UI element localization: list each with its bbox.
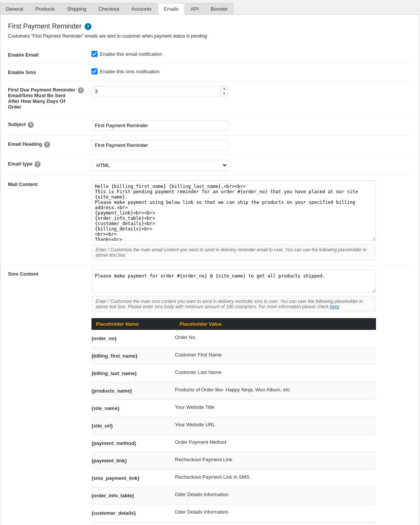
placeholder-name-cell: {payment_method} <box>91 435 175 452</box>
form-table: Enable Email Enable this email notificat… <box>8 46 412 525</box>
placeholder-row: {sms_payment_link}Recheckout Payment Lin… <box>91 470 376 487</box>
enable-sms-checkbox-row: Enable this sms notification <box>91 68 412 74</box>
placeholder-name-cell: {order_info_table} <box>91 487 175 505</box>
enable-email-checkbox-row: Enable this email notification <box>91 51 412 57</box>
page-title: First Payment Reminder <box>8 22 82 30</box>
placeholder-name-cell: {site_url} <box>91 417 175 435</box>
mail-content-label: Mail Content <box>8 176 91 265</box>
tab-accounts[interactable]: Accounts <box>126 3 157 14</box>
tab-shipping[interactable]: Shipping <box>61 3 92 14</box>
days-label-row: First Due Payment Reminder Email/Sms Mus… <box>8 87 84 110</box>
days-input-wrap: ▲ ▼ <box>91 86 412 96</box>
sms-content-textarea[interactable]: Please make payment for order #{order_no… <box>91 270 376 293</box>
days-info-icon[interactable]: ? <box>78 87 84 93</box>
days-row: First Due Payment Reminder Email/Sms Mus… <box>8 81 412 116</box>
tabs-bar: GeneralProductsShippingCheckoutAccountsE… <box>0 0 420 15</box>
mail-content-row: Mail Content Hello {billing_first_name} … <box>8 176 412 265</box>
placeholder-table: Placeholder Name Placeholder Value {orde… <box>91 318 376 525</box>
page-wrap: GeneralProductsShippingCheckoutAccountsE… <box>0 0 420 525</box>
content-area: First Payment Reminder ? Customers "Firs… <box>0 15 420 525</box>
subject-label: Subject <box>8 121 26 127</box>
email-type-label-row: Email type ? <box>8 161 84 167</box>
placeholder-row: {order_no}Order No. <box>91 330 376 347</box>
enable-sms-row: Enable Sms Enable this sms notification <box>8 64 412 81</box>
days-input[interactable] <box>91 86 220 96</box>
subject-input[interactable] <box>91 120 228 131</box>
placeholder-row: {products_name}Products of Order like- H… <box>91 382 376 400</box>
subject-label-row: Subject ? <box>8 121 84 128</box>
tab-api[interactable]: API <box>185 3 204 14</box>
placeholder-name-cell: {sms_payment_link} <box>91 470 175 487</box>
subject-info-icon[interactable]: ? <box>28 122 34 128</box>
mail-content-textarea[interactable]: Hello {billing_first_name} {billing_last… <box>91 180 376 241</box>
placeholder-value-cell: Recheckout Payment Link <box>175 452 376 470</box>
placeholder-value-cell: Order Payment Method <box>175 435 376 452</box>
placeholder-row: {payment_method}Order Payment Method <box>91 435 376 452</box>
placeholder-value-cell: Recheckout Payment Link in SMS <box>175 470 376 487</box>
placeholder-name-cell: {billing_last_name} <box>91 365 175 382</box>
spin-down-button[interactable]: ▼ <box>220 91 228 96</box>
placeholder-row: {payment_link}Recheckout Payment Link <box>91 452 376 470</box>
placeholder-value-cell: Shipping Address <box>175 522 376 525</box>
tab-emails[interactable]: Emails <box>158 3 184 15</box>
placeholder-row: {order_info_table}Oder Details Informati… <box>91 487 376 505</box>
placeholder-value-cell: Order No. <box>175 330 376 347</box>
enable-sms-checkbox-label: Enable this sms notification <box>100 69 160 74</box>
placeholder-value-cell: Your Website URL <box>175 417 376 435</box>
days-label: First Due Payment Reminder Email/Sms Mus… <box>8 87 76 110</box>
email-heading-label-row: Email Heading ? <box>8 141 84 148</box>
enable-email-checkbox-label: Enable this email notification <box>100 51 162 57</box>
placeholder-row: {site_name}Your Website Title <box>91 400 376 417</box>
email-type-row: Email type ? HTML Plain Text <box>8 155 412 176</box>
placeholder-value-cell: Oder Details Information <box>175 487 376 505</box>
placeholder-name-cell: {products_name} <box>91 382 175 400</box>
placeholder-value-cell: Customer Last Name <box>175 365 376 382</box>
placeholder-name-cell: {site_name} <box>91 400 175 417</box>
placeholder-value-cell: Products of Order like- Happy Ninja, Woo… <box>175 382 376 400</box>
placeholder-name-cell: {billing_details} <box>91 522 175 525</box>
email-type-select[interactable]: HTML Plain Text <box>91 160 228 171</box>
help-icon[interactable]: ? <box>85 23 91 30</box>
enable-email-row: Enable Email Enable this email notificat… <box>8 46 412 64</box>
enable-sms-checkbox[interactable] <box>91 68 98 74</box>
email-type-label: Email type <box>8 161 33 167</box>
tab-checkout[interactable]: Checkout <box>93 3 125 14</box>
placeholder-col2-header: Placeholder Value <box>175 318 376 330</box>
page-subtitle: Customers "First Payment Reminder" email… <box>8 33 412 39</box>
email-heading-row: Email Heading ? <box>8 136 412 155</box>
placeholder-row: {site_url}Your Website URL <box>91 417 376 435</box>
spin-buttons: ▲ ▼ <box>220 86 228 96</box>
placeholder-value-cell: Your Website Title <box>175 400 376 417</box>
placeholder-name-cell: {order_no} <box>91 330 175 347</box>
spin-up-button[interactable]: ▲ <box>220 86 228 91</box>
mail-content-hint: Enter / Customize the main email content… <box>91 244 376 260</box>
tab-booster[interactable]: Booster <box>205 3 234 14</box>
placeholder-row: {billing_last_name}Customer Last Name <box>91 365 376 382</box>
placeholder-row: {customer_details}Oder Details Informati… <box>91 505 376 522</box>
placeholder-value-cell: Customer First Name <box>175 347 376 365</box>
sms-content-row: Sms Content Please make payment for orde… <box>8 265 412 525</box>
email-heading-label: Email Heading <box>8 141 42 147</box>
email-heading-info-icon[interactable]: ? <box>44 142 50 148</box>
subject-row: Subject ? <box>8 116 412 136</box>
enable-sms-label: Enable Sms <box>8 64 91 81</box>
enable-email-checkbox[interactable] <box>91 51 98 57</box>
placeholder-value-cell: Oder Details Information <box>175 505 376 522</box>
placeholder-col1-header: Placeholder Name <box>91 318 175 330</box>
enable-email-label: Enable Email <box>8 46 91 64</box>
placeholder-name-cell: {billing_first_name} <box>91 347 175 365</box>
placeholder-row: {billing_details}Shipping Address <box>91 522 376 525</box>
sms-hint-link[interactable]: here <box>330 304 339 309</box>
email-heading-input[interactable] <box>91 140 228 150</box>
placeholder-name-cell: {customer_details} <box>91 505 175 522</box>
placeholder-name-cell: {payment_link} <box>91 452 175 470</box>
placeholder-row: {billing_first_name}Customer First Name <box>91 347 376 365</box>
email-type-info-icon[interactable]: ? <box>35 161 41 167</box>
tab-products[interactable]: Products <box>30 3 60 14</box>
sms-content-label: Sms Content <box>8 265 91 525</box>
page-title-row: First Payment Reminder ? <box>8 22 412 30</box>
tab-general[interactable]: General <box>0 3 29 14</box>
sms-content-hint: Enter / Customize the main sms content y… <box>91 296 376 312</box>
